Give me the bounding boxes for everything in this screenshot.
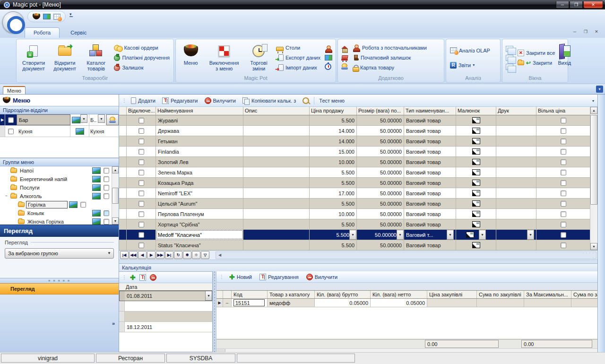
item-picture[interactable] — [456, 230, 496, 240]
department-image-editor[interactable] — [70, 114, 89, 125]
date-edit-icon[interactable]: T — [139, 274, 146, 281]
mdi-minimize-button[interactable]: ─ — [570, 28, 579, 35]
item-picture[interactable] — [456, 178, 496, 188]
date-value[interactable] — [125, 301, 212, 311]
header-netto[interactable]: Кіл. (вага) нетто — [371, 291, 427, 298]
item-size[interactable]: 50.00000 — [357, 147, 404, 156]
header-max[interactable]: За Максимальн... — [524, 291, 571, 298]
navigator-button[interactable]: ✱ — [183, 251, 191, 259]
horizontal-scrollbar[interactable]: ◀ · · · · · — [216, 251, 596, 259]
item-print[interactable] — [496, 240, 536, 250]
vertical-splitter[interactable] — [213, 271, 216, 352]
tree-expander[interactable] — [4, 168, 9, 173]
menu-row[interactable]: Зелена Марка 5.500 50.00000 Ваговий това… — [119, 167, 590, 178]
header-type[interactable]: Тип наименуван... — [404, 107, 456, 115]
tree-expander[interactable] — [4, 185, 9, 191]
menu-row[interactable]: Цельсій "Aurum" 5.500 50.00000 Ваговий т… — [119, 199, 590, 209]
item-price[interactable]: 5.500 — [310, 219, 357, 229]
item-picture[interactable] — [456, 199, 496, 208]
item-price[interactable]: 5.500 — [310, 230, 357, 240]
group-checkbox[interactable] — [102, 210, 111, 216]
navigator-button[interactable]: ✱ — [192, 251, 200, 259]
item-picture[interactable] — [456, 157, 496, 167]
item-size[interactable]: 50.00000 — [357, 178, 404, 188]
mdi-restore-button[interactable]: ❐ — [581, 28, 590, 35]
menu-row[interactable]: Журавлі 5.500 50.00000 Ваговий товар — [119, 115, 590, 126]
catalog-button[interactable]: Каталог товарів — [81, 40, 111, 75]
suppliers-button[interactable]: Робота з постачальниками — [353, 44, 427, 52]
calc-product[interactable]: медофф — [268, 299, 315, 307]
date-row[interactable] — [119, 301, 212, 312]
date-row[interactable] — [119, 312, 212, 322]
item-picture[interactable] — [456, 136, 496, 146]
scroll-up-arrow[interactable]: ▲ — [112, 166, 119, 173]
add-button[interactable]: Додати — [129, 96, 157, 105]
menu-row[interactable]: Козацька Рада 5.500 50.00000 Ваговий тов… — [119, 178, 590, 188]
free-price-checkbox[interactable] — [536, 178, 590, 188]
department-label-editor[interactable]: Б.. — [89, 114, 106, 125]
tree-item[interactable]: − Алкоголь — [0, 192, 112, 200]
item-type[interactable]: Ваговий товар — [404, 147, 456, 156]
restore-button[interactable]: ❐ — [570, 1, 583, 9]
menu-exclusion-button[interactable]: Виключення з меню — [205, 40, 243, 75]
menu-row[interactable]: Status "Класична" 5.500 50.00000 Ваговий… — [119, 240, 590, 250]
department-row-kitchen[interactable]: Кухня Кухня — [0, 126, 119, 137]
item-name[interactable]: Status "Класична" — [156, 240, 243, 250]
cascade-windows-icon[interactable] — [506, 46, 513, 52]
item-print[interactable] — [496, 219, 536, 229]
create-document-button[interactable]: + Створити документ — [18, 40, 49, 75]
item-type[interactable]: Ваговий товар — [404, 219, 456, 229]
department-row-bar[interactable]: ▶ Бар Б.. — [0, 114, 119, 126]
tree-scrollbar[interactable]: ▲ ▼ — [112, 166, 119, 225]
tree-item[interactable]: Енергетичний напій — [0, 175, 112, 183]
open-document-button[interactable]: ➜ Відкрити документ — [50, 40, 80, 75]
item-price[interactable]: 10.000 — [310, 209, 357, 219]
item-price[interactable]: 5.500 — [310, 115, 357, 125]
item-description[interactable] — [243, 147, 310, 156]
date-value[interactable]: 18.12.2011 — [125, 322, 212, 332]
tables-button[interactable]: Столи — [276, 44, 320, 52]
tree-item[interactable]: Жіноча Горілка — [0, 217, 112, 225]
item-size[interactable]: 50.00000 — [357, 230, 404, 240]
price-dropdown[interactable] — [349, 230, 356, 240]
item-print[interactable] — [496, 178, 536, 188]
item-description[interactable] — [243, 209, 310, 219]
tree-expander[interactable] — [11, 219, 17, 225]
item-price[interactable]: 5.500 — [310, 167, 357, 177]
trade-shifts-button[interactable]: Торгові зміни — [244, 40, 273, 75]
exit-button[interactable]: Вихід — [558, 40, 571, 75]
combo-dropdown-arrow[interactable]: ▼ — [105, 249, 113, 258]
item-name[interactable]: Finlandia — [156, 147, 243, 156]
tree-expander[interactable] — [11, 202, 17, 208]
free-price-checkbox[interactable] — [536, 240, 590, 250]
item-description[interactable] — [243, 219, 310, 229]
menu-row[interactable]: Finlandia 15.000 50.00000 Ваговий товар — [119, 147, 590, 157]
item-description[interactable] — [243, 240, 310, 250]
item-price[interactable]: 17.000 — [310, 188, 357, 198]
item-print[interactable] — [496, 115, 536, 125]
free-price-checkbox[interactable] — [536, 157, 590, 167]
chevron-icon[interactable]: » — [112, 321, 115, 326]
cart-icon[interactable] — [341, 55, 348, 61]
stopwatch-icon[interactable] — [325, 63, 331, 70]
item-picture[interactable] — [456, 115, 496, 125]
nav-button-view[interactable]: Перегляд — [0, 283, 119, 295]
disabled-checkbox[interactable] — [127, 167, 156, 177]
scroll-down-arrow[interactable]: ▼ — [112, 217, 119, 225]
item-type[interactable]: Ваговий т... — [404, 230, 456, 240]
grid-scroll-down[interactable]: ▼ — [590, 243, 597, 250]
picture-dropdown[interactable] — [479, 230, 486, 240]
navigator-button[interactable]: ◀◀ — [129, 251, 138, 259]
date-delete-icon[interactable] — [150, 274, 156, 281]
item-price[interactable]: 15.000 — [310, 147, 357, 156]
item-type[interactable]: Ваговий товар — [404, 126, 456, 136]
item-print[interactable] — [496, 147, 536, 156]
tab-robota[interactable]: Робота — [25, 27, 60, 38]
item-name[interactable]: Журавлі — [156, 115, 243, 125]
disabled-checkbox[interactable] — [127, 199, 156, 208]
header-name[interactable]: Найменування — [156, 107, 243, 115]
header-purchase-sum[interactable]: Сума по закупівлі — [477, 291, 524, 298]
calc-horizontal-scrollbar[interactable] — [216, 348, 597, 352]
item-description[interactable] — [243, 157, 310, 167]
item-size[interactable]: 50.00000 — [357, 219, 404, 229]
